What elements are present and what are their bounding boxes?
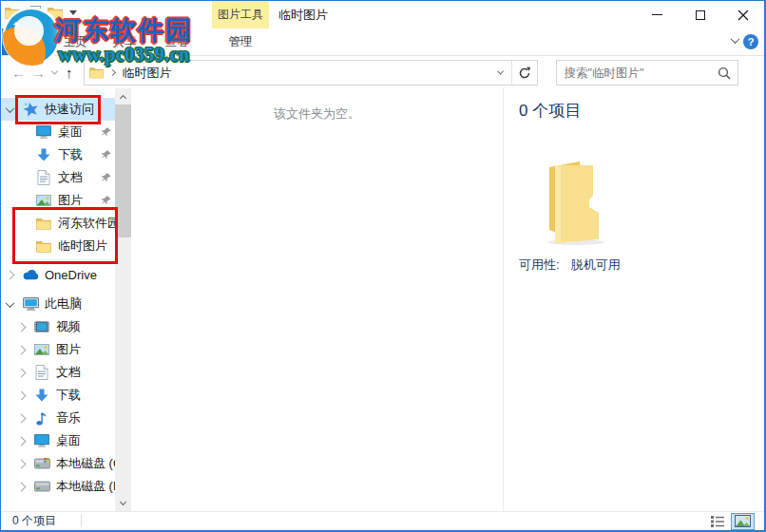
music-icon — [33, 410, 50, 427]
sidebar-item-onedrive[interactable]: OneDrive — [1, 263, 115, 286]
pictures-icon — [33, 342, 50, 358]
thumbnail-view-icon — [735, 515, 751, 527]
chevron-right-icon[interactable] — [17, 345, 27, 354]
folder-icon — [35, 216, 52, 232]
sidebar-item-documents[interactable]: 文档 — [1, 166, 115, 189]
scroll-up-icon[interactable] — [115, 88, 131, 104]
contextual-tool-label: 图片工具 — [218, 7, 263, 23]
chevron-right-icon[interactable] — [17, 459, 27, 468]
chevron-down-icon[interactable] — [6, 298, 15, 308]
caption-buttons — [636, 1, 764, 28]
pin-icon[interactable] — [101, 172, 112, 183]
sidebar-item-desktop[interactable]: 桌面 — [1, 121, 115, 143]
tab-manage[interactable]: 管理 — [212, 28, 269, 55]
customize-qat-icon[interactable] — [69, 10, 77, 15]
large-folder-icon — [536, 158, 764, 249]
sidebar-item-pc-downloads[interactable]: 下载 — [1, 384, 115, 407]
navigation-toolbar: ← → ↑ 临时图片 — [1, 57, 764, 88]
breadcrumb-segment[interactable]: 临时图片 — [123, 65, 172, 82]
refresh-icon — [518, 66, 531, 80]
sidebar-item-hedong-folder[interactable]: 河东软件园 — [1, 212, 115, 235]
sidebar-item-disk-d[interactable]: 本地磁盘 (D — [1, 475, 115, 498]
sidebar-item-pc-documents[interactable]: 文档 — [1, 361, 115, 384]
recent-locations-icon[interactable] — [51, 68, 58, 75]
computer-icon — [22, 296, 39, 313]
tab-home[interactable]: 主页 — [51, 28, 99, 55]
sidebar-item-label: 桌面 — [56, 432, 81, 449]
sidebar-item-label: 文档 — [56, 364, 81, 381]
sidebar-item-label: 此电脑 — [45, 295, 82, 313]
disk-d-icon — [33, 479, 50, 495]
sidebar-item-label: 河东软件园 — [58, 215, 115, 232]
details-view-button[interactable] — [705, 513, 729, 530]
navigation-pane: 快速访问 桌面 下载 — [1, 88, 131, 511]
search-box — [556, 60, 738, 86]
sidebar-item-pc-desktop[interactable]: 桌面 — [1, 429, 115, 452]
minimize-button[interactable] — [636, 1, 679, 28]
address-folder-icon — [89, 66, 104, 79]
scroll-down-icon[interactable] — [115, 495, 131, 511]
back-button[interactable]: ← — [9, 66, 29, 80]
chevron-right-icon[interactable] — [17, 368, 27, 377]
sidebar-item-label: 下载 — [56, 387, 81, 404]
refresh-button[interactable] — [512, 61, 537, 85]
sidebar-item-label: 下载 — [58, 146, 83, 163]
chevron-right-icon[interactable] — [17, 436, 27, 446]
divider — [81, 515, 82, 527]
up-button[interactable]: ↑ — [63, 66, 76, 80]
desktop-icon — [35, 124, 52, 141]
chevron-right-icon[interactable] — [17, 390, 27, 400]
explorer-window-icon — [5, 7, 20, 19]
tab-file[interactable]: 文件 — [2, 28, 55, 55]
chevron-right-icon[interactable] — [17, 322, 27, 332]
download-icon — [33, 388, 50, 404]
ribbon-expand-icon[interactable] — [731, 34, 740, 44]
sidebar-item-temp-pictures-folder[interactable]: 临时图片 — [1, 235, 115, 257]
maximize-button[interactable] — [679, 1, 721, 28]
chevron-right-icon[interactable] — [17, 413, 27, 423]
pin-icon[interactable] — [101, 149, 112, 161]
details-view-icon — [710, 515, 725, 528]
sidebar-item-this-pc[interactable]: 此电脑 — [1, 293, 115, 315]
breadcrumb-chevron-icon — [108, 69, 115, 76]
help-button[interactable]: ? — [743, 34, 758, 49]
pin-icon[interactable] — [101, 126, 112, 138]
download-icon — [35, 147, 52, 163]
sidebar-item-label: 临时图片 — [58, 238, 107, 255]
quick-access-star-icon — [22, 102, 39, 118]
chevron-down-icon[interactable] — [6, 104, 15, 113]
properties-icon[interactable] — [30, 6, 43, 20]
availability-value: 脱机可用 — [571, 256, 621, 274]
document-icon — [35, 170, 52, 186]
details-item-count: 0 个项目 — [519, 100, 764, 122]
status-item-count: 0 个项目 — [12, 513, 56, 529]
thumbnail-view-button[interactable] — [731, 513, 755, 530]
availability-label: 可用性: — [519, 256, 560, 274]
chevron-right-icon[interactable] — [17, 482, 27, 491]
search-input[interactable] — [557, 66, 718, 80]
sidebar-item-pictures[interactable]: 图片 — [1, 189, 115, 212]
sidebar-item-downloads[interactable]: 下载 — [1, 143, 115, 166]
address-bar[interactable]: 临时图片 — [84, 60, 538, 86]
sidebar-item-music[interactable]: 音乐 — [1, 407, 115, 429]
sidebar-item-label: 本地磁盘 (D — [56, 478, 115, 495]
sidebar-item-quick-access[interactable]: 快速访问 — [1, 98, 115, 121]
ribbon-tab-row: 文件 主页 共享 查看 管理 ? — [1, 28, 764, 56]
forward-button[interactable]: → — [29, 66, 48, 80]
tab-share[interactable]: 共享 — [101, 28, 148, 55]
tab-view[interactable]: 查看 — [153, 28, 201, 55]
pin-icon[interactable] — [101, 195, 112, 206]
search-icon[interactable] — [718, 66, 731, 80]
help-icon: ? — [748, 36, 755, 48]
sidebar-scrollbar[interactable] — [115, 88, 131, 511]
sidebar-item-videos[interactable]: 视频 — [1, 315, 115, 338]
sidebar-item-disk-c[interactable]: 本地磁盘 (C — [1, 452, 115, 475]
file-list-area[interactable]: 该文件夹为空。 — [131, 88, 504, 511]
new-folder-icon[interactable] — [48, 7, 63, 19]
address-dropdown-icon[interactable] — [490, 70, 511, 75]
sidebar-item-pc-pictures[interactable]: 图片 — [1, 338, 115, 361]
close-button[interactable] — [721, 1, 764, 28]
sidebar-item-label: 文档 — [58, 169, 83, 186]
scrollbar-thumb[interactable] — [115, 104, 131, 238]
chevron-right-icon[interactable] — [6, 270, 15, 279]
